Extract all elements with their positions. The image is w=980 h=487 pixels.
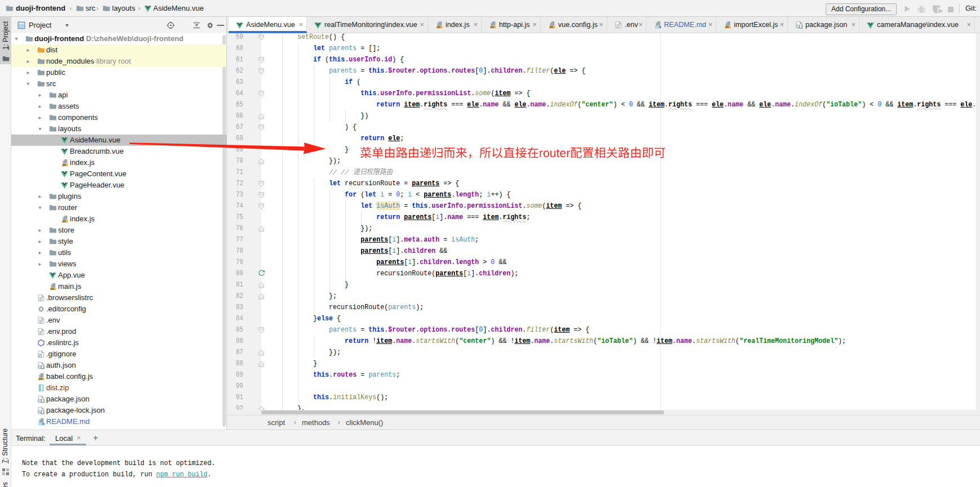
svg-text:JS: JS [725, 25, 729, 29]
svg-text:JS: JS [549, 25, 553, 29]
svg-text:{}: {} [799, 25, 803, 29]
svg-text:MD: MD [655, 26, 660, 29]
svg-text:JS: JS [490, 25, 494, 29]
svg-text:JS: JS [436, 25, 440, 29]
